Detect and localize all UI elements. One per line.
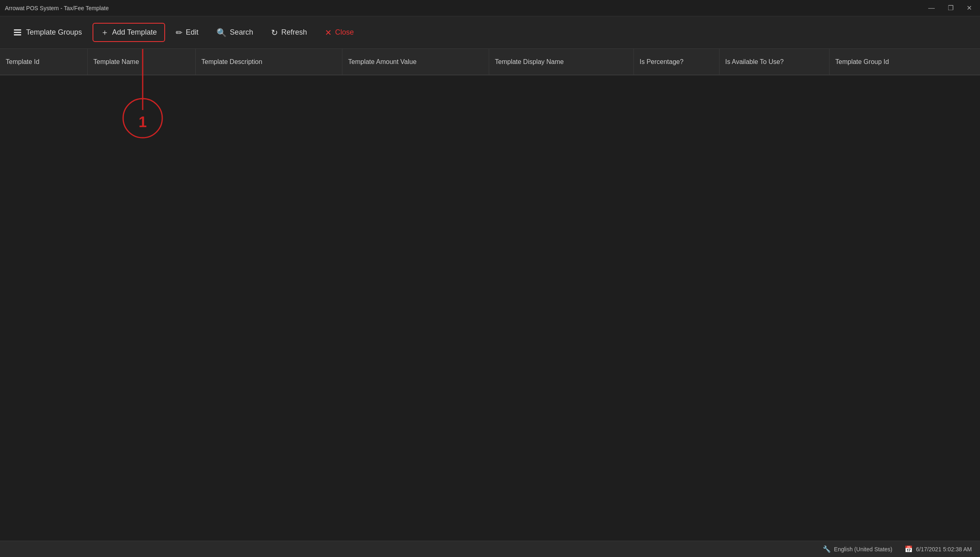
main-content: Template Id Template Name Template Descr…: [0, 49, 980, 541]
col-header-template-group-id: Template Group Id: [830, 49, 980, 75]
language-status: 🔧 English (United States): [823, 545, 892, 553]
language-icon: 🔧: [823, 545, 831, 553]
edit-icon: ✏: [176, 28, 183, 37]
minimize-button[interactable]: —: [925, 4, 938, 13]
refresh-label: Refresh: [281, 28, 307, 37]
table-body: [0, 75, 980, 541]
col-header-template-display-name: Template Display Name: [489, 49, 634, 75]
edit-label: Edit: [186, 28, 199, 37]
toolbar: Template Groups ＋ Add Template ✏ Edit 🔍 …: [0, 16, 980, 49]
close-label: Close: [335, 28, 354, 37]
template-groups-button[interactable]: Template Groups: [7, 25, 89, 40]
col-header-template-name: Template Name: [88, 49, 196, 75]
window-close-button[interactable]: ✕: [963, 3, 975, 13]
col-header-template-id: Template Id: [0, 49, 88, 75]
statusbar: 🔧 English (United States) 📅 6/17/2021 5:…: [0, 541, 980, 557]
refresh-icon: ↻: [271, 28, 278, 37]
add-template-button[interactable]: ＋ Add Template: [93, 23, 165, 42]
datetime-label: 6/17/2021 5:02:38 AM: [916, 546, 972, 553]
titlebar: Arrowat POS System - Tax/Fee Template — …: [0, 0, 980, 16]
search-button[interactable]: 🔍 Search: [209, 24, 260, 41]
search-label: Search: [230, 28, 253, 37]
refresh-button[interactable]: ↻ Refresh: [264, 24, 314, 41]
template-groups-label: Template Groups: [26, 28, 82, 37]
col-header-template-description: Template Description: [196, 49, 342, 75]
add-template-label: Add Template: [112, 28, 157, 37]
datetime-status: 📅 6/17/2021 5:02:38 AM: [905, 545, 972, 553]
add-icon: ＋: [101, 27, 109, 38]
edit-button[interactable]: ✏ Edit: [168, 24, 206, 41]
template-groups-icon: [14, 29, 23, 35]
search-icon: 🔍: [216, 28, 227, 37]
col-header-is-percentage: Is Percentage?: [634, 49, 720, 75]
window-controls: — ❐ ✕: [925, 3, 975, 13]
close-icon: ✕: [325, 28, 332, 37]
language-label: English (United States): [834, 546, 892, 553]
window-title: Arrowat POS System - Tax/Fee Template: [5, 5, 109, 11]
table-header: Template Id Template Name Template Descr…: [0, 49, 980, 75]
col-header-template-amount-value: Template Amount Value: [342, 49, 489, 75]
restore-button[interactable]: ❐: [945, 3, 957, 13]
col-header-is-available-to-use: Is Available To Use?: [720, 49, 830, 75]
calendar-icon: 📅: [905, 545, 913, 553]
close-button[interactable]: ✕ Close: [318, 24, 361, 41]
